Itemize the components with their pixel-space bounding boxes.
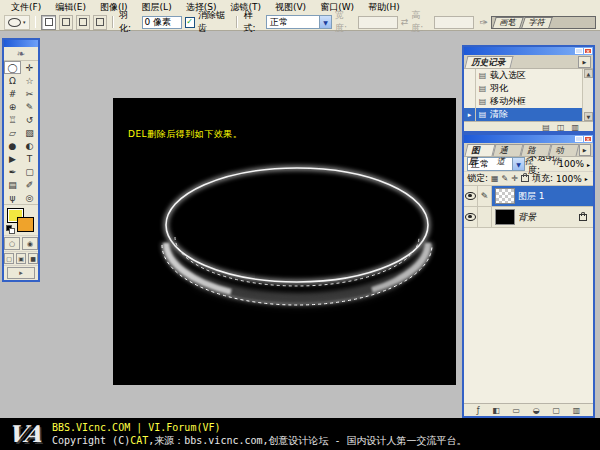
new-snapshot-icon[interactable]: ◫ [557,123,565,132]
lock-transparency-icon[interactable]: ▦ [491,174,499,183]
chevron-down-icon[interactable]: ▼ [319,16,331,28]
lock-pixels-icon[interactable]: ✎ [502,174,509,183]
magic-wand-tool[interactable]: ☆ [21,74,38,87]
type-tool[interactable]: T [21,152,38,165]
minimize-icon[interactable] [575,48,583,54]
palette-well-tab-0[interactable]: 画笔 [492,17,524,28]
link-cell[interactable] [478,207,492,227]
close-icon[interactable]: × [584,48,592,54]
lasso-tool[interactable]: Ω [4,74,21,87]
blur-tool[interactable]: ● [4,139,21,152]
current-tool-button[interactable]: ▾ [4,15,30,30]
layers-title-bar[interactable]: × [464,135,593,143]
add-to-selection-button[interactable] [59,15,73,30]
menu-item-6[interactable]: 视图(V) [268,0,313,14]
opacity-spinner-icon[interactable]: ▸ [587,161,590,168]
new-selection-button[interactable] [41,15,55,30]
scroll-up-icon[interactable]: ▲ [584,69,593,78]
clone-stamp-tool[interactable]: ♖ [4,113,21,126]
intersect-selection-button[interactable] [93,15,107,30]
elliptical-marquee-tool[interactable]: ◯ [4,61,21,74]
menu-item-8[interactable]: 帮助(H) [361,0,407,14]
layer1-thumbnail[interactable] [495,188,515,204]
fill-value[interactable]: 100% [556,174,582,184]
layer-name[interactable]: 背景 [518,211,536,224]
palette-well-toggle-icon[interactable]: ✑ [480,17,488,28]
path-selection-tool[interactable]: ▶ [4,152,21,165]
history-brush-source-cell[interactable] [464,82,476,95]
standard-screen-button[interactable]: ▢ [4,253,14,264]
antialias-checkbox[interactable]: ✓ [185,17,195,28]
layer-style-icon[interactable]: ƒ [477,406,480,415]
zoom-tool[interactable]: ◎ [21,191,38,204]
history-scrollbar[interactable]: ▲ ▼ [582,69,593,121]
history-item-1[interactable]: ▤羽化 [464,82,583,95]
default-colors-icon[interactable] [6,225,13,232]
pen-tool[interactable]: ✒ [4,165,21,178]
history-title-bar[interactable]: × [464,47,593,55]
tab-2[interactable]: 路径 [521,144,552,156]
jump-to-imageready-button[interactable]: ▸ [7,267,35,279]
background-color-swatch[interactable] [17,217,34,232]
layer-mask-icon[interactable]: ◧ [492,406,500,415]
panel-menu-icon[interactable]: ▶ [578,56,591,68]
feather-input[interactable]: 0 像素 [142,16,182,29]
scroll-down-icon[interactable]: ▼ [584,112,593,121]
visibility-cell[interactable] [464,207,478,227]
adjustment-layer-icon[interactable]: ◒ [533,406,540,415]
layer-row-background[interactable]: 背景 [464,207,593,228]
history-brush-source-cell[interactable] [464,69,476,82]
close-icon[interactable]: × [584,136,592,142]
subtract-from-selection-button[interactable] [76,15,90,30]
palette-well-tab-1[interactable]: 字符 [521,17,553,28]
standard-mode-button[interactable]: ○ [4,237,20,250]
history-item-2[interactable]: ▤移动外框 [464,95,583,108]
background-thumbnail[interactable] [495,209,515,225]
crop-tool[interactable]: # [4,87,21,100]
document-canvas[interactable]: DEL删除后得到如下效果。 [113,98,456,385]
lock-label: 锁定: [467,172,488,185]
history-brush-source-cell[interactable]: ▸ [464,108,476,121]
history-brush-tool[interactable]: ↺ [21,113,38,126]
chevron-down-icon[interactable]: ▼ [512,158,524,170]
tab-history[interactable]: 历史记录 [465,56,514,68]
toolbox-title-bar[interactable] [4,40,38,47]
fullscreen-button[interactable]: ■ [28,253,38,264]
gradient-tool[interactable]: ▧ [21,126,38,139]
layer-row-layer1[interactable]: ✎ 图层 1 [464,186,593,207]
eraser-tool[interactable]: ▱ [4,126,21,139]
panel-menu-icon[interactable]: ▶ [579,144,591,156]
custom-shape-tool[interactable]: ▢ [21,165,38,178]
style-select[interactable]: 正常 ▼ [266,15,332,29]
layer-name[interactable]: 图层 1 [518,190,545,203]
history-item-3[interactable]: ▸▤清除 [464,108,583,121]
history-brush-source-cell[interactable] [464,95,476,108]
new-layer-icon[interactable]: ▢ [552,406,560,415]
lock-position-icon[interactable]: ✛ [511,174,518,183]
visibility-cell[interactable] [464,186,478,206]
menu-item-3[interactable]: 图层(L) [135,0,179,14]
move-tool[interactable]: ✛ [21,61,38,74]
brush-tool[interactable]: ✎ [21,100,38,113]
eyedropper-tool[interactable]: ✐ [21,178,38,191]
history-item-0[interactable]: ▤载入选区 [464,69,583,82]
minimize-icon[interactable] [575,136,583,142]
tab-1[interactable]: 通道 [493,144,524,156]
delete-state-icon[interactable]: ▥ [571,123,579,132]
layer-group-icon[interactable]: ▭ [513,406,521,415]
menu-item-0[interactable]: 文件(F) [4,0,48,14]
fill-spinner-icon[interactable]: ▸ [585,175,588,182]
quick-mask-mode-button[interactable]: ◉ [22,237,38,250]
lock-all-icon[interactable] [521,175,529,182]
slice-tool[interactable]: ✂ [21,87,38,100]
tab-0[interactable]: 图层 [465,144,496,156]
menu-item-1[interactable]: 编辑(E) [48,0,93,14]
hand-tool[interactable]: ψ [4,191,21,204]
dodge-tool[interactable]: ◐ [21,139,38,152]
notes-tool[interactable]: ▤ [4,178,21,191]
fullscreen-menubar-button[interactable]: ▣ [16,253,26,264]
delete-layer-icon[interactable]: ▥ [573,406,581,415]
new-document-from-state-icon[interactable]: ▤ [542,123,550,132]
tab-3[interactable]: 动作 [549,144,580,156]
healing-brush-tool[interactable]: ⊕ [4,100,21,113]
